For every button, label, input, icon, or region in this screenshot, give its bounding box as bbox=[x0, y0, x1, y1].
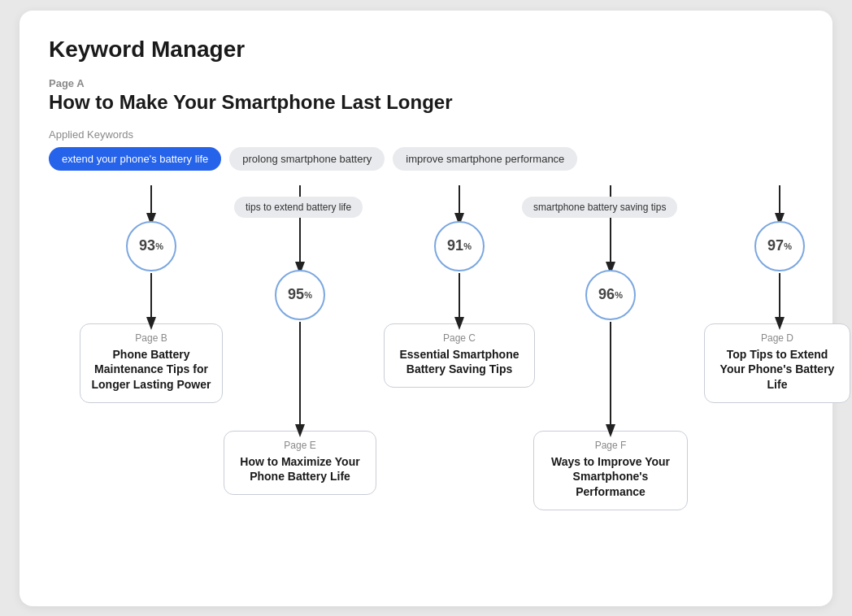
page-box-b[interactable]: Page B Phone Battery Maintenance Tips fo… bbox=[80, 323, 223, 404]
score-circle-91: 91% bbox=[434, 221, 485, 271]
diagram-area: tips to extend battery life smartphone b… bbox=[49, 179, 803, 577]
score-circle-93: 93% bbox=[126, 221, 176, 271]
score-circle-95: 95% bbox=[275, 270, 325, 320]
diagram-keyword-1: tips to extend battery life bbox=[234, 197, 363, 218]
keyword-tag-2[interactable]: improve smartphone performance bbox=[393, 147, 577, 171]
page-a-title: How to Make Your Smartphone Last Longer bbox=[49, 91, 803, 114]
score-circle-96: 96% bbox=[585, 270, 636, 320]
score-circle-97: 97% bbox=[754, 221, 805, 271]
main-card: Keyword Manager Page A How to Make Your … bbox=[20, 11, 832, 606]
page-a-label: Page A bbox=[49, 77, 803, 89]
keyword-tag-1[interactable]: prolong smartphone battery bbox=[229, 147, 385, 171]
page-box-c[interactable]: Page C Essential Smartphone Battery Savi… bbox=[384, 323, 535, 388]
applied-keywords-label: Applied Keywords bbox=[49, 128, 803, 141]
page-box-f[interactable]: Page F Ways to Improve Your Smartphone's… bbox=[533, 431, 688, 511]
app-title: Keyword Manager bbox=[49, 37, 803, 63]
keyword-tag-active[interactable]: extend your phone's battery life bbox=[49, 147, 221, 171]
page-box-d[interactable]: Page D Top Tips to Extend Your Phone's B… bbox=[704, 323, 850, 404]
page-box-e[interactable]: Page E How to Maximize Your Phone Batter… bbox=[224, 431, 376, 496]
keywords-row: extend your phone's battery life prolong… bbox=[49, 147, 803, 171]
diagram-keyword-2: smartphone battery saving tips bbox=[522, 197, 677, 218]
